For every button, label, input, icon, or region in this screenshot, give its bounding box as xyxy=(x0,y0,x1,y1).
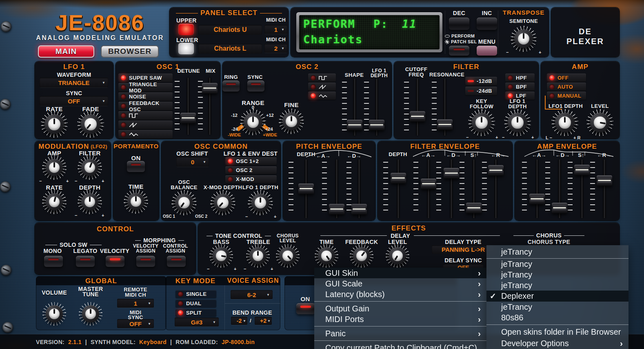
dest-osc-2[interactable]: OSC 2 xyxy=(225,166,277,174)
osc2-lfo1-depth-slider[interactable] xyxy=(369,78,384,136)
x-mod-depth-knob[interactable] xyxy=(211,190,235,215)
dest-osc-1-2[interactable]: OSC 1+2 xyxy=(225,157,277,165)
upper-patch-field[interactable]: Chariots U xyxy=(198,25,262,35)
menu-button[interactable] xyxy=(477,46,497,56)
oc-lfo1-depth-knob[interactable] xyxy=(248,190,273,215)
filter-type-hpf[interactable]: HPF xyxy=(505,74,535,82)
menu-item-latency[interactable]: Latency (blocks)› xyxy=(314,289,486,300)
filter-12db-button[interactable]: -12dB xyxy=(465,77,497,85)
menu-item-midi-ports[interactable]: MIDI Ports› xyxy=(314,314,486,324)
submenu-item-skin[interactable]: jeTrancy xyxy=(486,269,628,280)
osc1-mode-triangle-mod[interactable]: TRIANGLE MOD xyxy=(118,83,173,92)
portamento-time-knob[interactable] xyxy=(124,190,148,213)
osc1-mix-slider[interactable] xyxy=(202,78,218,135)
lower-midi-ch-select[interactable]: 2▼ xyxy=(264,44,287,53)
delay-time-knob[interactable] xyxy=(315,244,338,267)
osc-shift-select[interactable]: 0▼ xyxy=(176,157,209,167)
osc2-fine-knob[interactable] xyxy=(279,109,304,134)
osc1-mode-triangle-wave[interactable] xyxy=(118,130,173,139)
osc2-shape-slider[interactable] xyxy=(347,78,362,136)
upper-select-button[interactable] xyxy=(178,24,194,35)
control-assign-button[interactable] xyxy=(167,256,186,267)
submenu-item-skin-deplexer[interactable]: ✓Deplexer xyxy=(486,291,628,302)
treble-knob[interactable] xyxy=(246,244,269,267)
filter-type-bpf[interactable]: BPF xyxy=(505,83,535,91)
perform-patch-sel-button[interactable] xyxy=(449,46,469,56)
velocity-assign-button[interactable] xyxy=(136,256,155,267)
dec-button[interactable] xyxy=(449,18,469,30)
mono-button[interactable] xyxy=(44,256,63,267)
osc1-detune-slider[interactable] xyxy=(180,78,196,135)
fenv-decay-slider[interactable] xyxy=(444,159,459,218)
submenu-item-skin[interactable]: jeTrancy xyxy=(486,245,628,258)
delay-type-value[interactable]: PANNING L->R xyxy=(432,245,495,254)
portamento-on-button[interactable] xyxy=(127,161,145,172)
submenu-item-skin[interactable]: jeTrancy xyxy=(486,302,628,312)
amp-level-knob[interactable] xyxy=(587,110,613,136)
upper-midi-ch-select[interactable]: 1▼ xyxy=(264,25,287,34)
mod-depth-knob[interactable] xyxy=(78,190,102,214)
legato-button[interactable] xyxy=(76,256,95,267)
dest-x-mod[interactable]: X-MOD xyxy=(225,175,277,183)
fenv-release-slider[interactable] xyxy=(488,159,504,218)
bend-up-select[interactable]: +2▼ xyxy=(255,317,272,325)
osc1-mode-feedback-osc[interactable]: FEEDBACK OSC xyxy=(118,102,173,110)
master-tune-knob[interactable] xyxy=(79,302,102,325)
split-key-select[interactable]: G#3▼ xyxy=(175,318,219,327)
osc1-mode-saw-wave[interactable] xyxy=(118,121,173,129)
osc2-wave-saw[interactable] xyxy=(308,83,336,91)
key-mode-dual[interactable]: DUAL xyxy=(175,300,216,307)
semitone-knob[interactable] xyxy=(511,26,536,51)
main-tab-button[interactable]: MAIN xyxy=(38,45,94,58)
pitch-depth-slider[interactable] xyxy=(298,159,314,218)
remote-midi-ch-select[interactable]: 1▼ xyxy=(117,299,154,308)
inc-button[interactable] xyxy=(477,18,497,30)
model-value[interactable]: Keyboard xyxy=(139,339,167,345)
osc2-wave-square[interactable] xyxy=(308,74,336,82)
rom-value[interactable]: JP-8000.bin xyxy=(222,339,255,345)
mod-amp-knob[interactable] xyxy=(42,156,66,179)
osc2-ring-button[interactable] xyxy=(222,81,240,92)
amp-mode-auto[interactable]: AUTO xyxy=(547,83,586,91)
mod-filter-knob[interactable] xyxy=(78,156,102,179)
menu-item-panic[interactable]: Panic› xyxy=(314,328,486,339)
pitch-attack-slider[interactable] xyxy=(329,159,344,218)
filter-24db-button[interactable]: -24dB xyxy=(465,87,497,95)
aenv-release-slider[interactable] xyxy=(597,159,612,218)
osc2-sync-button[interactable] xyxy=(247,81,264,92)
submenu-item-open-skins-folder[interactable]: Open skins folder in File Browser xyxy=(486,327,628,338)
osc1-mode-square-wave[interactable] xyxy=(118,111,173,120)
fenv-sustain-slider[interactable] xyxy=(466,159,482,218)
lfo1-sync-select[interactable]: OFF▼ xyxy=(40,96,108,106)
aenv-attack-slider[interactable] xyxy=(529,159,545,218)
arp-on-button[interactable] xyxy=(296,303,315,314)
fenv-depth-slider[interactable] xyxy=(391,159,406,218)
midi-sync-select[interactable]: OFF▼ xyxy=(117,319,154,328)
chorus-level-knob[interactable] xyxy=(276,244,299,267)
lfo1-rate-knob[interactable] xyxy=(41,111,67,137)
menu-item-copy-patch[interactable]: Copy current Patch to Clipboard (Cmd+C) xyxy=(314,342,486,349)
browser-tab-button[interactable]: BROWSER xyxy=(101,45,159,58)
pitch-decay-slider[interactable] xyxy=(351,159,367,218)
delay-level-knob[interactable] xyxy=(386,244,409,267)
submenu-item-developer-options[interactable]: Developer Options› xyxy=(486,338,628,349)
filter-resonance-slider[interactable] xyxy=(437,78,453,136)
amp-mode-manual[interactable]: MANUAL xyxy=(547,92,586,100)
voice-assign-select[interactable]: 6-2▼ xyxy=(231,290,273,299)
lfo1-waveform-select[interactable]: TRIANGLE▼ xyxy=(40,78,108,87)
volume-knob[interactable] xyxy=(43,302,66,325)
key-mode-single[interactable]: SINGLE xyxy=(175,290,216,298)
submenu-item-skin[interactable]: 80s86 xyxy=(486,312,628,323)
bend-down-select[interactable]: -2▼ xyxy=(231,317,247,325)
osc2-wave-triangle[interactable] xyxy=(308,92,336,100)
lower-patch-field[interactable]: Chariots L xyxy=(198,44,262,54)
fenv-attack-slider[interactable] xyxy=(421,159,436,218)
aenv-decay-slider[interactable] xyxy=(552,159,567,218)
key-mode-split[interactable]: SPLIT xyxy=(175,309,216,317)
bass-knob[interactable] xyxy=(210,244,233,267)
menu-item-gui-scale[interactable]: GUI Scale› xyxy=(314,278,486,289)
mod-rate-knob[interactable] xyxy=(42,190,66,214)
menu-item-output-gain[interactable]: Output Gain› xyxy=(314,303,486,314)
submenu-item-skin[interactable]: jeTrancy xyxy=(486,280,628,291)
amp-lfo1-depth-knob[interactable] xyxy=(552,110,578,136)
